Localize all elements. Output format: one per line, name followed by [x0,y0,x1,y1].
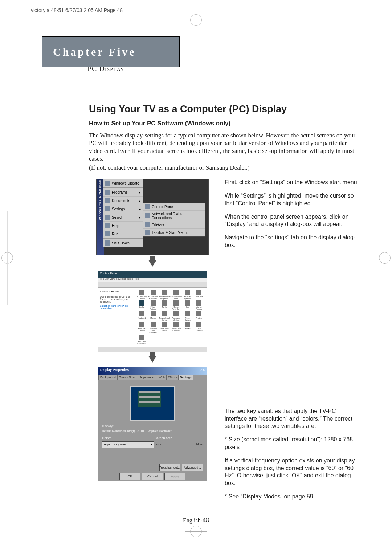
printers-icon [145,222,150,227]
apply-button[interactable]: Apply [164,473,185,480]
cp-icon-glyph [185,300,190,306]
cp-icon[interactable]: System [183,322,193,334]
cp-icon[interactable]: Printers [194,311,204,321]
start-item-documents[interactable]: Documents▸ [103,197,143,205]
shutdown-icon [105,240,110,246]
cp-icon-label: Keyboard [138,317,146,319]
dp-colors-label: Colors [102,436,150,440]
start-item-help[interactable]: Help [103,222,143,230]
instructions-column: First, click on “Settings” on the Window… [225,179,359,506]
start-item-programs[interactable]: Programs▸ [103,188,143,197]
programs-icon [105,190,110,195]
cp-icon[interactable]: Power Options [183,311,193,321]
cp-icon-label: System [185,327,191,329]
cp-icon-label: Printers [196,317,202,319]
cp-icon-label: Date/Time [195,295,203,298]
start-item-shutdown[interactable]: Shut Down... [103,239,143,247]
start-item-settings[interactable]: Settings▸ [103,205,143,213]
cp-icon-glyph [151,322,156,327]
tab-effects[interactable]: Effects [166,375,179,380]
cp-icon[interactable]: Text Services [194,322,204,334]
cp-icon[interactable]: Scanners and Cameras [148,322,158,334]
cp-icon[interactable]: Regional Options [136,322,147,334]
cp-icon-label: Internet Options [194,306,204,310]
cp-icon[interactable]: Intel [183,300,193,310]
cp-icon[interactable]: Network and Dial-up [159,311,170,321]
cp-side-link[interactable]: Select an item to view its description. [100,304,132,310]
submenu-taskbar[interactable]: Taskbar & Start Menu... [143,229,205,236]
body-text-1: The Windows display-settings for a typic… [89,132,359,162]
cp-icon[interactable]: Keyboard [136,311,147,321]
cp-menubar: File Edit View Favorites Tools Help [98,278,207,282]
cp-side-title: Control Panel [100,290,132,293]
instruction-7: If a vertical-frequency option exists on… [225,457,359,487]
cp-icon-label: Accessibility Options [136,295,147,300]
dp-tabs: Background Screen Saver Appearance Web E… [98,375,207,380]
cp-icon-label: Add/Remove Hardware [148,295,158,300]
dp-display-label: Display: [102,424,203,428]
cp-icon-grid: Accessibility OptionsAdd/Remove Hardware… [134,288,207,347]
cp-icon[interactable]: Phone and Modem [170,311,181,321]
troubleshoot-button[interactable]: Troubleshoot... [159,464,180,471]
page-subheading: How to Set up Your PC Software (Windows … [89,120,359,127]
cp-icon-glyph [162,322,167,327]
help-icon [105,223,110,228]
cp-icon[interactable]: Automatic Updates [183,290,193,300]
page-heading: Using Your TV as a Computer (PC) Display [89,104,359,115]
tab-settings[interactable]: Settings [178,375,193,380]
dp-close-buttons[interactable]: ? × [200,368,205,374]
arrow-down-icon [148,260,156,267]
cp-icon-glyph [185,311,190,316]
cp-icon[interactable]: Date/Time [194,290,204,300]
tab-background[interactable]: Background [98,375,118,380]
start-item-search[interactable]: Search▸ [103,213,143,222]
cp-icon-label: Text Services [194,327,204,332]
cp-icon[interactable]: Mouse [148,311,158,321]
control-panel-icon [145,204,150,209]
cp-icon-label: Sounds and Multimedia [170,327,181,332]
cp-icon-glyph [151,311,156,316]
settings-icon [105,206,110,211]
cp-icon-glyph [151,290,156,295]
cp-icon-glyph [139,311,144,316]
cp-icon-label: Folder Options [148,306,158,310]
cp-icon[interactable]: Accessibility Options [136,290,147,300]
cp-icon[interactable]: Add/Remove Hardware [148,290,158,300]
cp-icon-glyph [173,322,179,327]
cancel-button[interactable]: Cancel [142,473,163,480]
cp-icon[interactable]: Sounds and Multimedia [170,322,181,334]
cp-icon-glyph [185,290,190,295]
instruction-2: While “Settings” is highlighted, move th… [225,192,359,207]
dp-colors-select[interactable]: High Color (16 bit)▾ [102,441,154,448]
dp-area-label: Screen area [155,436,203,440]
submenu-network[interactable]: Network and Dial-up Connections [143,211,205,221]
cp-icon[interactable]: Display [136,300,147,310]
cp-icon[interactable]: Users and Passwords [136,335,147,344]
arrow-down-icon [148,356,156,363]
cp-icon[interactable]: Add/Remove Programs [159,290,170,300]
cp-icon[interactable]: Administrative Tools [170,290,181,300]
start-item-run[interactable]: Run... [103,230,143,238]
cp-icon[interactable]: Internet Options [194,300,204,310]
cp-icon-glyph [196,311,201,316]
start-item-windows-update[interactable]: Windows Update [103,179,143,187]
cp-icon-glyph [162,300,167,306]
submenu-control-panel[interactable]: Control Panel [143,203,205,211]
cp-icon[interactable]: Game Controllers [170,300,181,310]
cp-icon-label: Scheduled Tasks [159,327,170,332]
cp-toolbar [98,282,207,288]
cp-icon[interactable]: Folder Options [148,300,158,310]
dp-area-slider[interactable]: Less More [155,441,203,446]
tab-web[interactable]: Web [157,375,166,380]
cp-icon-glyph [173,311,179,316]
submenu-printers[interactable]: Printers [143,221,205,229]
advanced-button[interactable]: Advanced... [182,464,203,471]
cp-icon-label: Automatic Updates [183,295,193,300]
tab-screensaver[interactable]: Screen Saver [117,375,138,380]
cp-icon-glyph [162,311,167,316]
tab-appearance[interactable]: Appearance [138,375,157,380]
instruction-3: When the control panel screen appears, c… [225,213,359,228]
ok-button[interactable]: OK [119,473,140,480]
cp-icon[interactable]: Fonts [159,300,170,310]
cp-icon[interactable]: Scheduled Tasks [159,322,170,334]
